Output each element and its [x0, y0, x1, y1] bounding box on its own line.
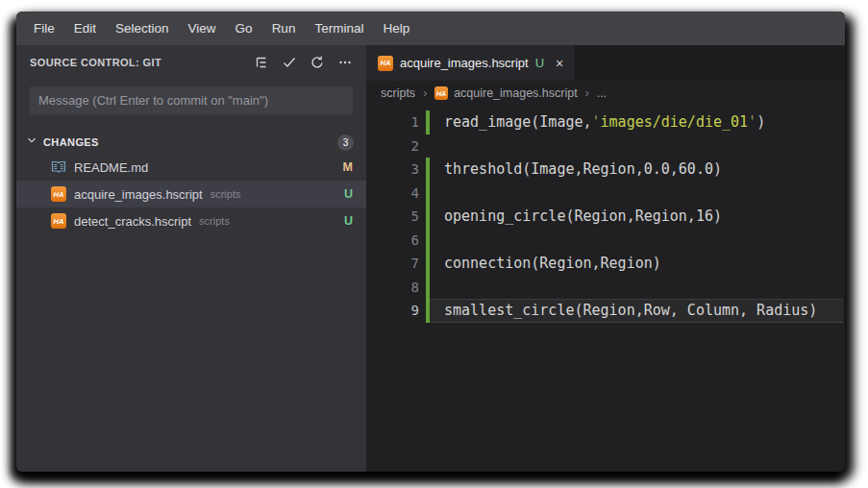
code-text: smallest_circle(Region,Row, Column, Radi…	[430, 299, 843, 323]
code-line-8: 8	[366, 276, 845, 300]
editor-group: HA acquire_images.hscript U × scripts›HA…	[366, 45, 845, 472]
git-status-U: U	[344, 187, 353, 201]
code-text	[430, 134, 843, 159]
tab-acquire-images[interactable]: HA acquire_images.hscript U ×	[366, 45, 575, 81]
line-number: 2	[366, 134, 419, 159]
halcon-file-icon: HA	[51, 186, 66, 202]
menu-item-selection[interactable]: Selection	[106, 21, 179, 36]
view-as-tree-icon[interactable]	[254, 55, 269, 70]
breadcrumb-separator-icon: ›	[585, 86, 589, 100]
changes-count-badge: 3	[337, 134, 354, 151]
source-control-header: SOURCE CONTROL: GIT	[16, 45, 366, 80]
tab-title: acquire_images.hscript	[400, 56, 529, 70]
git-status-U: U	[344, 214, 353, 228]
code-line-9: 9smallest_circle(Region,Row, Column, Rad…	[366, 299, 845, 323]
code-editor[interactable]: 1read_image(Image,'images/die/die_01')23…	[366, 106, 845, 472]
file-name: acquire_images.hscript	[74, 187, 203, 202]
file-row-detect_cracks-hscript[interactable]: HAdetect_cracks.hscriptscriptsU	[16, 207, 366, 234]
code-text	[430, 276, 843, 300]
menu-item-go[interactable]: Go	[226, 21, 262, 36]
breadcrumb: scripts›HAacquire_images.hscript›...	[366, 81, 845, 106]
tab-bar: HA acquire_images.hscript U ×	[366, 45, 845, 81]
menu-item-edit[interactable]: Edit	[64, 21, 106, 36]
line-number: 1	[366, 110, 419, 134]
code-line-6: 6	[366, 229, 845, 253]
menu-bar: FileEditSelectionViewGoRunTerminalHelp	[16, 12, 845, 45]
source-control-sidebar: SOURCE CONTROL: GIT	[16, 45, 366, 472]
code-text	[430, 229, 843, 253]
changes-label: CHANGES	[43, 136, 337, 148]
code-text	[430, 182, 843, 206]
line-number: 3	[366, 158, 419, 182]
vscode-window: FileEditSelectionViewGoRunTerminalHelp S…	[16, 12, 845, 472]
source-control-actions	[254, 55, 353, 70]
breadcrumb-item[interactable]: ...	[597, 86, 607, 100]
code-text: read_image(Image,'images/die/die_01')	[430, 110, 843, 134]
code-line-7: 7connection(Region,Region)	[366, 252, 845, 276]
git-status-M: M	[343, 160, 353, 174]
line-number: 5	[366, 205, 419, 229]
halcon-file-icon: HA	[51, 213, 66, 229]
line-number: 4	[366, 182, 419, 206]
source-control-title: SOURCE CONTROL: GIT	[30, 57, 254, 68]
commit-check-icon[interactable]	[282, 55, 297, 70]
file-row-README-md[interactable]: README.mdM	[16, 154, 366, 181]
close-tab-icon[interactable]: ×	[556, 57, 563, 70]
code-text: threshold(Image,Region,0.0,60.0)	[430, 158, 843, 182]
code-line-4: 4	[366, 182, 845, 206]
menu-item-file[interactable]: File	[24, 21, 64, 36]
line-number: 7	[366, 252, 419, 276]
changes-section-header[interactable]: CHANGES 3	[16, 131, 366, 154]
file-name: README.md	[74, 160, 148, 175]
code-line-5: 5opening_circle(Region,Region,16)	[366, 205, 845, 229]
file-name: detect_cracks.hscript	[74, 214, 191, 229]
refresh-icon[interactable]	[310, 55, 325, 70]
code-text: connection(Region,Region)	[430, 252, 843, 276]
menu-item-run[interactable]: Run	[262, 21, 306, 36]
commit-message-input[interactable]	[30, 86, 353, 114]
code-line-2: 2	[366, 134, 845, 159]
file-row-acquire_images-hscript[interactable]: HAacquire_images.hscriptscriptsU	[16, 181, 366, 207]
menu-bar-items: FileEditSelectionViewGoRunTerminalHelp	[24, 21, 419, 36]
file-folder-label: scripts	[211, 188, 241, 200]
halcon-file-icon: HA	[434, 86, 448, 100]
markdown-file-icon	[51, 159, 66, 177]
changes-file-list: README.mdMHAacquire_images.hscriptscript…	[16, 154, 366, 234]
file-folder-label: scripts	[199, 215, 230, 227]
chevron-down-icon	[25, 134, 38, 151]
line-number: 6	[366, 229, 419, 253]
menu-item-view[interactable]: View	[179, 21, 226, 36]
breadcrumb-item[interactable]: HAacquire_images.hscript	[434, 86, 578, 100]
code-line-3: 3threshold(Image,Region,0.0,60.0)	[366, 158, 845, 182]
tab-status-untracked: U	[535, 56, 544, 70]
breadcrumb-item[interactable]: scripts	[381, 86, 415, 100]
menu-item-terminal[interactable]: Terminal	[305, 21, 373, 36]
line-number: 9	[366, 299, 419, 323]
breadcrumb-separator-icon: ›	[423, 86, 427, 100]
code-line-1: 1read_image(Image,'images/die/die_01')	[366, 110, 845, 134]
line-number: 8	[366, 276, 419, 300]
more-actions-icon[interactable]	[337, 55, 353, 70]
code-text: opening_circle(Region,Region,16)	[430, 205, 843, 229]
menu-item-help[interactable]: Help	[373, 21, 419, 36]
halcon-file-icon: HA	[378, 56, 393, 71]
